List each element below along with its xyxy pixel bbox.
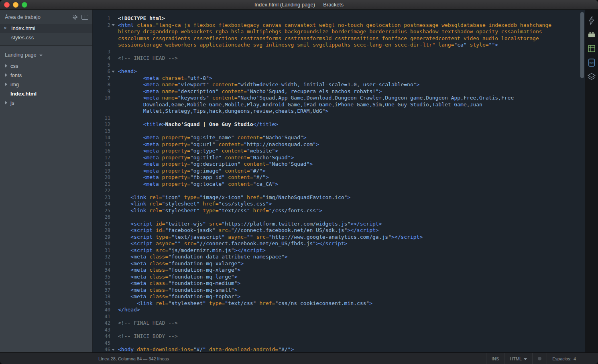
code-row[interactable]: 30 <script async="" src="//connect.faceb… bbox=[93, 240, 585, 247]
fold-arrow-icon[interactable] bbox=[112, 24, 115, 26]
code-line-text[interactable]: <meta class="foundation-mq-small"> bbox=[116, 287, 237, 294]
code-line-text[interactable]: Download,Game,Mobile Game,Mobile,Play,An… bbox=[116, 102, 482, 108]
code-row[interactable]: 34 <meta class="foundation-mq-xlarge"> bbox=[93, 267, 585, 274]
code-line-text[interactable]: <script id="facebook-jssdk" src="//conne… bbox=[116, 227, 379, 234]
code-row[interactable]: 38 <meta class="foundation-mq-topbar"> bbox=[93, 293, 585, 300]
code-line-text[interactable]: Mallet,Strategy,Tips,hack,dungeons,revie… bbox=[116, 108, 328, 115]
code-row[interactable]: 16 <meta property="og:type" content="web… bbox=[93, 148, 585, 155]
code-row[interactable]: sessionstorage webworkers applicationcac… bbox=[93, 42, 585, 49]
code-line-text[interactable]: <meta class="foundation-mq-medium"> bbox=[116, 280, 240, 287]
fold-arrow-icon[interactable] bbox=[112, 71, 115, 73]
working-file-Index.html[interactable]: ×Index.html bbox=[0, 24, 92, 33]
code-row[interactable]: 39 <link rel="stylesheet" type="text/css… bbox=[93, 300, 585, 307]
code-line-text[interactable]: <meta class="foundation-mq-xlarge"> bbox=[116, 267, 240, 274]
working-file-styles.css[interactable]: styles.css bbox=[0, 33, 92, 42]
code-row[interactable]: 27 <script id="twitter-wjs" src="https:/… bbox=[93, 221, 585, 228]
code-row[interactable]: 1<!DOCTYPE html> bbox=[93, 15, 585, 22]
code-row[interactable]: 9 <meta name="description" content="Nach… bbox=[93, 88, 585, 95]
code-line-text[interactable] bbox=[116, 187, 118, 194]
code-line-text[interactable] bbox=[116, 340, 118, 347]
tree-folder-css[interactable]: css bbox=[0, 61, 92, 71]
insert-mode-toggle[interactable]: INS bbox=[486, 353, 504, 364]
code-line-text[interactable]: <script async="" src="//connect.facebook… bbox=[116, 240, 347, 247]
code-line-text[interactable]: <!-- INICI HEAD --> bbox=[116, 55, 178, 62]
code-row[interactable]: 20 <meta property="fb:app_id" content="#… bbox=[93, 174, 585, 181]
code-row[interactable]: 40</head> bbox=[93, 307, 585, 313]
code-line-text[interactable]: <meta name="keywords" content="Nacho'Squ… bbox=[116, 95, 514, 102]
code-line-text[interactable]: <head> bbox=[116, 68, 137, 75]
code-line-text[interactable]: <body data-download-ios="#/" data-downlo… bbox=[116, 346, 294, 352]
code-row[interactable]: 35 <meta class="foundation-mq-large"> bbox=[93, 274, 585, 281]
code-line-text[interactable]: sessionstorage webworkers applicationcac… bbox=[116, 42, 498, 49]
code-line-text[interactable]: history draganddrop websockets rgba hsla… bbox=[116, 28, 542, 35]
code-row[interactable]: 45 bbox=[93, 340, 585, 347]
folder-disclosure-icon[interactable] bbox=[5, 83, 7, 86]
extension-mobile-code-icon[interactable]: </> bbox=[587, 58, 596, 67]
code-row[interactable]: 13 bbox=[93, 128, 585, 135]
code-row[interactable]: 31 <script src="js/modernizr.min.js"></s… bbox=[93, 247, 585, 254]
tree-folder-img[interactable]: img bbox=[0, 80, 92, 89]
tree-folder-js[interactable]: js bbox=[0, 98, 92, 108]
close-file-icon[interactable]: × bbox=[4, 24, 7, 33]
indent-value[interactable]: 4 bbox=[574, 356, 576, 361]
code-row[interactable]: 2<html class="lang-ca js flexbox flexbox… bbox=[93, 22, 585, 29]
scrollbar-thumb[interactable] bbox=[580, 12, 584, 78]
code-row[interactable]: 12 <title>Nacho'Squad | One Guy Studio</… bbox=[93, 121, 585, 128]
tree-file-Index.html[interactable]: Index.html bbox=[0, 89, 92, 98]
code-line-text[interactable]: <meta property="og:type" content="websit… bbox=[116, 148, 278, 155]
code-row[interactable]: 23 <link rel="icon" type="image/x-icon" … bbox=[93, 194, 585, 201]
language-dropdown[interactable]: HTML bbox=[504, 353, 532, 364]
code-line-text[interactable]: <meta charset="utf-8"> bbox=[116, 75, 212, 82]
code-line-text[interactable]: <meta property="fb:app_id" content="#/"> bbox=[116, 174, 269, 181]
code-row[interactable]: csscolumns cssgradients cssreflections c… bbox=[93, 35, 585, 42]
code-row[interactable]: 42<!-- FINAL HEAD --> bbox=[93, 320, 585, 327]
code-line-text[interactable]: <!-- FINAL HEAD --> bbox=[116, 320, 178, 327]
code-line-text[interactable]: <meta name="description" content="Nacho'… bbox=[116, 88, 382, 95]
code-line-text[interactable]: <meta property="og:description" content=… bbox=[116, 161, 313, 168]
extension-grid-icon[interactable] bbox=[587, 44, 596, 53]
code-line-text[interactable]: </head> bbox=[116, 307, 140, 313]
code-line-text[interactable]: <script type="text/javascript" async="" … bbox=[116, 234, 423, 241]
code-row[interactable]: 18 <meta property="og:description" conte… bbox=[93, 161, 585, 168]
code-line-text[interactable]: <!DOCTYPE html> bbox=[116, 15, 165, 22]
code-row[interactable]: 44<!-- INICI BODY --> bbox=[93, 333, 585, 340]
code-row[interactable]: 3 bbox=[93, 49, 585, 55]
code-row[interactable]: Download,Game,Mobile Game,Mobile,Play,An… bbox=[93, 102, 585, 108]
code-row[interactable]: 46<body data-download-ios="#/" data-down… bbox=[93, 346, 585, 352]
code-line-text[interactable]: <meta property="og:site_name" content="N… bbox=[116, 134, 307, 141]
code-line-text[interactable]: <meta property="og:url" content="http://… bbox=[116, 141, 319, 148]
code-row[interactable]: 43 bbox=[93, 327, 585, 333]
problems-indicator[interactable] bbox=[532, 353, 547, 364]
extension-layers-icon[interactable] bbox=[587, 72, 596, 81]
folder-disclosure-icon[interactable] bbox=[5, 101, 7, 104]
code-row[interactable]: 32 <meta class="foundation-data-attribut… bbox=[93, 254, 585, 260]
code-line-text[interactable] bbox=[116, 115, 118, 122]
live-preview-icon[interactable] bbox=[587, 16, 596, 25]
code-row[interactable]: 22 bbox=[93, 187, 585, 194]
code-row[interactable]: 28 <script id="facebook-jssdk" src="//co… bbox=[93, 227, 585, 234]
code-line-text[interactable]: csscolumns cssgradients cssreflections c… bbox=[116, 35, 539, 42]
minimize-window-button[interactable] bbox=[13, 2, 18, 8]
code-row[interactable]: 5 bbox=[93, 62, 585, 69]
code-row[interactable]: 24 <link rel="stylesheet" href="css/styl… bbox=[93, 201, 585, 207]
code-line-text[interactable]: <link rel="stylesheet" type="text/css" h… bbox=[116, 207, 322, 214]
code-row[interactable]: 25 <link rel="stylesheet" type="text/css… bbox=[93, 207, 585, 214]
code-row[interactable]: history draganddrop websockets rgba hsla… bbox=[93, 28, 585, 35]
tree-folder-fonts[interactable]: fonts bbox=[0, 71, 92, 80]
code-row[interactable]: 41 bbox=[93, 313, 585, 320]
code-line-text[interactable]: <script id="twitter-wjs" src="https://pl… bbox=[116, 221, 382, 228]
code-line-text[interactable] bbox=[116, 313, 118, 320]
folder-disclosure-icon[interactable] bbox=[5, 73, 7, 77]
code-row[interactable]: 33 <meta class="foundation-mq-xxlarge"> bbox=[93, 260, 585, 267]
code-line-text[interactable]: <!-- INICI BODY --> bbox=[116, 333, 178, 340]
code-row[interactable]: 29 <script type="text/javascript" async=… bbox=[93, 234, 585, 241]
code-line-text[interactable]: <meta class="foundation-mq-topbar"> bbox=[116, 293, 240, 300]
code-row[interactable]: 10 <meta name="keywords" content="Nacho'… bbox=[93, 95, 585, 102]
code-line-text[interactable]: <link rel="stylesheet" type="text/css" h… bbox=[116, 300, 372, 307]
code-line-text[interactable]: <meta class="foundation-mq-large"> bbox=[116, 274, 237, 281]
code-line-text[interactable] bbox=[116, 49, 118, 55]
code-row[interactable]: 36 <meta class="foundation-mq-medium"> bbox=[93, 280, 585, 287]
editor-scrollbar[interactable] bbox=[579, 10, 585, 352]
zoom-window-button[interactable] bbox=[22, 2, 27, 8]
code-row[interactable]: 21 <meta property="og:locale" content="c… bbox=[93, 181, 585, 188]
